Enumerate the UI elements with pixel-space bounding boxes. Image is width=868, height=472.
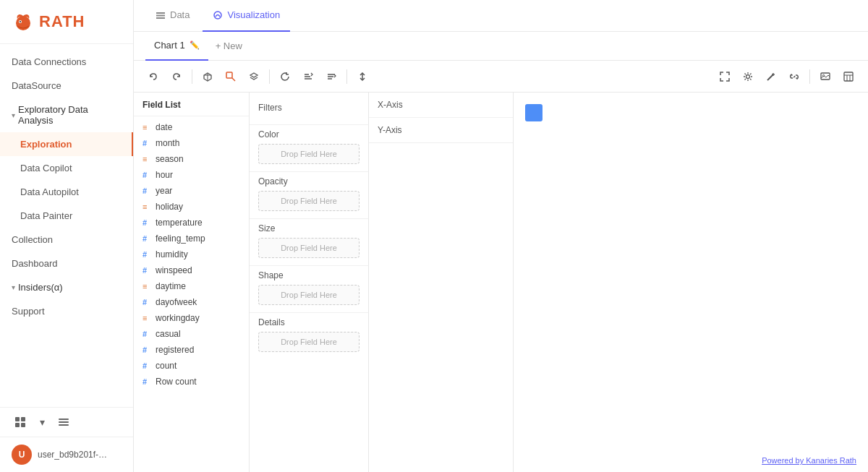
chart-tabs-bar: Chart 1 ✏️ + New bbox=[134, 32, 868, 61]
sidebar-item-label: Collection bbox=[12, 234, 53, 245]
details-drop-zone[interactable]: Drop Field Here bbox=[258, 332, 359, 352]
svg-point-25 bbox=[746, 74, 750, 78]
field-item-workingday[interactable]: ≡ workingday bbox=[134, 310, 249, 326]
select-rect-icon bbox=[226, 72, 236, 82]
toolbar-divider-3 bbox=[346, 69, 347, 84]
numeric-type-icon: # bbox=[142, 377, 151, 386]
toolbar-divider-2 bbox=[269, 69, 270, 84]
field-item-count[interactable]: # count bbox=[134, 358, 249, 374]
grid-icon-button[interactable] bbox=[12, 413, 29, 431]
sort-desc-button[interactable] bbox=[320, 66, 342, 87]
color-section: Color Drop Field Here bbox=[250, 125, 368, 171]
brand-link[interactable]: Kanaries Rath bbox=[806, 456, 856, 465]
svg-rect-31 bbox=[844, 72, 853, 81]
field-item-holiday[interactable]: ≡ holiday bbox=[134, 199, 249, 215]
shape-drop-zone[interactable]: Drop Field Here bbox=[258, 285, 359, 305]
magic-wand-button[interactable] bbox=[760, 66, 782, 87]
chevron-down-button[interactable]: ▾ bbox=[33, 413, 51, 431]
field-item-month[interactable]: # month bbox=[134, 135, 249, 151]
select-rect-button[interactable] bbox=[220, 66, 242, 87]
field-item-temperature[interactable]: # temperature bbox=[134, 215, 249, 231]
y-axis-drop-zone[interactable] bbox=[412, 118, 513, 142]
redo-button[interactable] bbox=[166, 66, 187, 87]
field-item-year[interactable]: # year bbox=[134, 183, 249, 199]
numeric-type-icon: # bbox=[142, 266, 151, 275]
powered-by: Powered by Kanaries Rath bbox=[762, 456, 856, 465]
sort-asc-button[interactable] bbox=[297, 66, 319, 87]
chevron-down-icon: ▾ bbox=[12, 111, 15, 119]
undo-button[interactable] bbox=[142, 66, 164, 87]
field-item-dayofweek[interactable]: # dayofweek bbox=[134, 294, 249, 310]
size-drop-zone[interactable]: Drop Field Here bbox=[258, 238, 359, 258]
field-name: holiday bbox=[156, 202, 183, 212]
opacity-drop-zone[interactable]: Drop Field Here bbox=[258, 191, 359, 211]
arrow-up-down-button[interactable] bbox=[352, 66, 373, 87]
tab-data[interactable]: Data bbox=[145, 0, 200, 32]
sidebar-item-data-painter[interactable]: Data Painter bbox=[0, 204, 133, 228]
svg-rect-29 bbox=[821, 73, 830, 80]
color-swatch[interactable] bbox=[525, 104, 542, 121]
link-button[interactable] bbox=[783, 66, 805, 87]
sidebar-item-support[interactable]: Support bbox=[0, 299, 133, 323]
axis-panel: X-Axis Y-Axis bbox=[369, 93, 514, 472]
numeric-type-icon: # bbox=[142, 346, 151, 354]
svg-rect-3 bbox=[15, 417, 20, 421]
cube-icon bbox=[203, 72, 213, 82]
svg-rect-6 bbox=[21, 423, 25, 427]
user-name: user_bd9b201f-5... bbox=[38, 450, 110, 460]
field-name: Row count bbox=[156, 377, 197, 387]
numeric-type-icon: # bbox=[142, 298, 151, 306]
chart-tab-1[interactable]: Chart 1 ✏️ bbox=[145, 32, 208, 61]
field-item-winspeed[interactable]: # winspeed bbox=[134, 262, 249, 278]
sidebar-section-eda[interactable]: ▾ Exploratory Data Analysis bbox=[0, 98, 133, 132]
image-settings-button[interactable] bbox=[814, 66, 836, 87]
sidebar-item-datasource[interactable]: DataSource bbox=[0, 74, 133, 98]
field-item-date[interactable]: ≡ date bbox=[134, 119, 249, 135]
cube-button[interactable] bbox=[197, 66, 218, 87]
field-item-feeling-temp[interactable]: # feeling_temp bbox=[134, 231, 249, 246]
list-icon-button[interactable] bbox=[55, 413, 72, 431]
y-axis-row: Y-Axis bbox=[369, 118, 513, 143]
sidebar-section-insiders[interactable]: ▾ Insiders(α) bbox=[0, 275, 133, 299]
table-button[interactable] bbox=[838, 66, 859, 87]
field-item-casual[interactable]: # casual bbox=[134, 326, 249, 342]
sidebar-item-data-connections[interactable]: Data Connections bbox=[0, 50, 133, 74]
svg-line-26 bbox=[767, 74, 773, 80]
layers-button[interactable] bbox=[243, 66, 265, 87]
x-axis-drop-zone[interactable] bbox=[412, 93, 513, 117]
user-profile-area[interactable]: U user_bd9b201f-5... bbox=[0, 437, 133, 472]
field-item-daytime[interactable]: ≡ daytime bbox=[134, 278, 249, 294]
new-chart-tab-button[interactable]: + New bbox=[208, 32, 250, 61]
x-axis-label: X-Axis bbox=[369, 100, 412, 110]
expand-button[interactable] bbox=[714, 66, 736, 87]
shape-section: Shape Drop Field Here bbox=[250, 266, 368, 312]
color-drop-zone[interactable]: Drop Field Here bbox=[258, 144, 359, 164]
refresh-button[interactable] bbox=[274, 66, 296, 87]
field-name: month bbox=[156, 138, 179, 148]
toolbar bbox=[134, 61, 868, 93]
tab-visualization[interactable]: Visualization bbox=[203, 0, 290, 32]
sidebar-item-collection[interactable]: Collection bbox=[0, 228, 133, 252]
string-type-icon: ≡ bbox=[142, 123, 151, 132]
field-item-season[interactable]: ≡ season bbox=[134, 151, 249, 167]
field-item-registered[interactable]: # registered bbox=[134, 342, 249, 358]
sidebar-item-exploration[interactable]: Exploration bbox=[0, 132, 133, 156]
field-name: hour bbox=[156, 170, 173, 180]
field-item-humidity[interactable]: # humidity bbox=[134, 246, 249, 262]
field-list-title: Field List bbox=[134, 93, 249, 116]
field-item-row-count[interactable]: # Row count bbox=[134, 374, 249, 390]
sidebar-item-dashboard[interactable]: Dashboard bbox=[0, 252, 133, 275]
field-list: ≡ date # month ≡ season # hour # year bbox=[134, 116, 249, 472]
sidebar-item-data-autopilot[interactable]: Data Autopilot bbox=[0, 180, 133, 204]
logo-area: RATH bbox=[0, 0, 133, 44]
sidebar-item-data-copilot[interactable]: Data Copilot bbox=[0, 156, 133, 180]
sidebar-item-label: Exploration bbox=[20, 139, 72, 150]
config-panel: Filters Color Drop Field Here Opacity Dr… bbox=[250, 93, 369, 472]
chart-settings-button[interactable] bbox=[737, 66, 759, 87]
edit-icon[interactable]: ✏️ bbox=[190, 40, 200, 50]
svg-rect-8 bbox=[59, 421, 69, 423]
string-type-icon: ≡ bbox=[142, 314, 151, 322]
field-item-hour[interactable]: # hour bbox=[134, 167, 249, 183]
details-label: Details bbox=[258, 317, 359, 327]
field-name: temperature bbox=[156, 218, 203, 228]
